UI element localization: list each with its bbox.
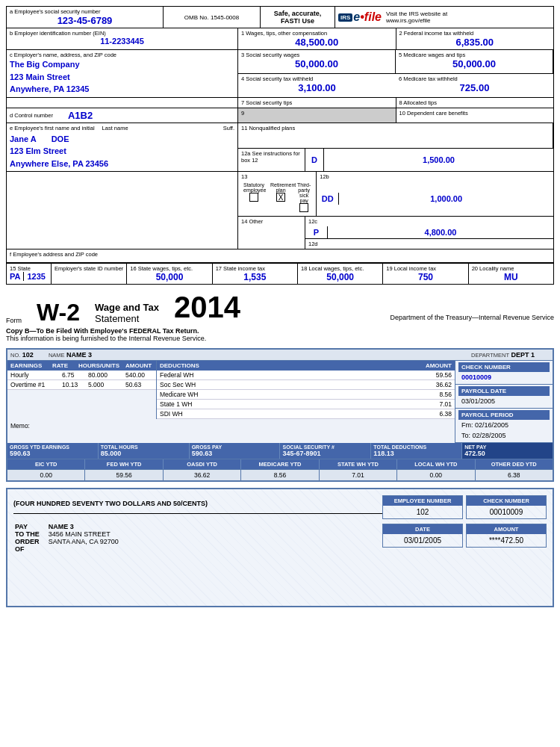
check-container: (FOUR HUNDRED SEVENTY TWO DOLLARS AND 50… bbox=[6, 488, 554, 607]
check-emp-num-header: EMPLOYEE NUMBER bbox=[383, 496, 462, 506]
ded-name: State 1 WH bbox=[157, 400, 414, 409]
ps-other-ded-h: OTHER DED YTD bbox=[476, 459, 553, 469]
emp-lname-label: Last name bbox=[102, 125, 128, 131]
form-text: Form bbox=[6, 317, 22, 324]
ps-gross-ytd-label: GROSS YTD EARNINGS bbox=[10, 444, 96, 450]
control-label: d Control number bbox=[10, 112, 53, 119]
box11-cell: 11 Nonqualified plans bbox=[238, 123, 553, 149]
box2-cell: 2 Federal income tax withheld 6,835.00 bbox=[396, 28, 554, 49]
copy-b-sub: This information is being furnished to t… bbox=[6, 335, 554, 342]
box6-label: 6 Medicare tax withheld bbox=[399, 75, 550, 82]
ps-dept-value: DEPT 1 bbox=[511, 351, 535, 359]
ps-medicare-ytd-h: MEDICARE YTD bbox=[241, 459, 319, 469]
box5-cell: 5 Medicare wages and tips 50,000.00 bbox=[396, 50, 553, 74]
box14-cell: 14 Other bbox=[238, 217, 305, 249]
w2-row1: a Employee's social security number 123-… bbox=[7, 7, 553, 28]
emp-fname-label: e Employee's first name and initial bbox=[10, 125, 95, 131]
box7-cell: 7 Social security tips bbox=[238, 98, 396, 108]
copy-b-main: Copy B—To Be Filed With Employee's FEDER… bbox=[6, 327, 554, 335]
ded-amount: 6.38 bbox=[414, 409, 455, 418]
w2-form: a Employee's social security number 123-… bbox=[6, 6, 554, 285]
check-pay-table: PAY TO THE ORDER OF NAME 3 3456 MAIN STR… bbox=[13, 521, 120, 554]
ps-total-ded-val: 118.13 bbox=[373, 450, 459, 457]
ps-name-value: NAME 3 bbox=[66, 351, 92, 359]
box3-label: 3 Social security wages bbox=[241, 52, 392, 58]
box17-value: 1,535 bbox=[216, 272, 294, 282]
ps-gross-pay-val: 590.63 bbox=[192, 450, 278, 457]
ded-th-name: DEDUCTIONS bbox=[157, 361, 414, 371]
of-label: OF bbox=[15, 545, 40, 553]
ps-local-wh-ytd-h: LOCAL WH YTD bbox=[397, 459, 475, 469]
box2-value: 6,835.00 bbox=[399, 37, 551, 48]
ded-name: SDI WH bbox=[157, 409, 414, 418]
box6-cell: 6 Medicare tax withheld 725.00 bbox=[396, 74, 553, 97]
check-amount-value: ****472.50 bbox=[467, 534, 546, 547]
check-right-top: EMPLOYEE NUMBER 102 CHECK NUMBER 0001000… bbox=[382, 495, 547, 519]
ded-amount: 8.56 bbox=[414, 390, 455, 399]
box17-label: 17 State income tax bbox=[216, 265, 294, 272]
ein-value: 11-2233445 bbox=[10, 37, 234, 46]
visit-text: Visit the IRS website at bbox=[386, 10, 447, 17]
efile-e: e bbox=[353, 10, 360, 24]
emp-full-addr-cell: f Employee's address and ZIP code bbox=[7, 249, 553, 262]
ps-net-pay-cell: NET PAY 472.50 bbox=[462, 443, 553, 459]
earn-amount: 540.00 bbox=[122, 371, 156, 379]
retirement-label: Retirement plan bbox=[270, 182, 291, 193]
box6-value: 725.00 bbox=[399, 82, 550, 93]
box2-label: 2 Federal income tax withheld bbox=[399, 30, 551, 37]
thirdparty-checkbox: Third-party sick pay bbox=[297, 182, 311, 212]
earnings-header: EARNINGS RATE HOURS/UNITS AMOUNT bbox=[7, 361, 156, 371]
box12a-label-cell: 12a See instructions for box 12 bbox=[238, 149, 305, 171]
boxes56-group: 5 Medicare wages and tips 50,000.00 6 Me… bbox=[396, 50, 553, 97]
box12b-value-row: DD 1,000.00 bbox=[317, 182, 553, 216]
emp-addr-label: f Employee's address and ZIP code bbox=[10, 251, 550, 258]
earn-type: Overtime #1 bbox=[7, 380, 59, 389]
w2-year-group: 2014 bbox=[174, 291, 240, 324]
earn-rate: 10.13 bbox=[59, 380, 85, 389]
state-id-cell: Employer's state ID number bbox=[52, 264, 127, 284]
box20-label: 20 Locality name bbox=[472, 265, 550, 272]
box1-label: 1 Wages, tips, other compensation bbox=[241, 30, 393, 37]
boxes11-12a: 11 Nonqualified plans 12a See instructio… bbox=[238, 123, 553, 172]
box12c-amount: 4,800.00 bbox=[328, 226, 553, 238]
box4-label: 4 Social security tax withheld bbox=[241, 75, 393, 82]
box13-cell: 13 Statutory employee Retirement plan X bbox=[238, 172, 317, 216]
to-the-label: TO THE bbox=[15, 530, 40, 538]
emp-addr2: Anywhere Else, PA 23456 bbox=[10, 158, 234, 170]
thirdparty-label: Third-party sick pay bbox=[297, 182, 311, 203]
ps-no-num: 102 bbox=[22, 351, 34, 359]
efile-word: file bbox=[364, 10, 382, 24]
deduction-row: Federal WH 59.56 bbox=[157, 371, 455, 380]
ps-medicare-ytd-val: 8.56 bbox=[241, 470, 319, 480]
paystub-header: NO. 102 NAME NAME 3 DEPARTMENT DEPT 1 bbox=[7, 350, 553, 361]
w2-year: 2014 bbox=[174, 291, 240, 323]
box20-value: MU bbox=[472, 272, 550, 282]
earn-hours: 5.000 bbox=[85, 380, 122, 389]
check-amount-words: (FOUR HUNDRED SEVENTY TWO DOLLARS AND 50… bbox=[13, 500, 382, 507]
box8-label: 8 Allocated tips bbox=[399, 99, 551, 106]
statutory-box bbox=[249, 193, 258, 202]
employer-addr1: 123 Main Street bbox=[10, 71, 234, 84]
ps-ssn-val: 345-67-8901 bbox=[282, 450, 368, 457]
w2-row6: e Employee's first name and initial Last… bbox=[7, 123, 553, 173]
emp-suff-label: Suff. bbox=[223, 125, 234, 131]
control-inline: d Control number A1B2 bbox=[10, 110, 234, 121]
safe-cell: Safe, accurate, FAST! Use bbox=[261, 7, 335, 28]
box3-value: 50,000.00 bbox=[241, 58, 392, 69]
safe-text: Safe, accurate, bbox=[264, 10, 332, 17]
ps-ssn-cell: SOCIAL SECURITY # 345-67-8901 bbox=[280, 443, 371, 459]
memo-label: Memo: bbox=[10, 422, 30, 430]
box12c-area: 12c P 4,800.00 12d bbox=[305, 217, 553, 249]
ps-total-ded-label: TOTAL DEDUCTIONS bbox=[373, 444, 459, 450]
w2-title: Wage and Tax bbox=[95, 302, 159, 313]
ps-payroll-date-section: PAYROLL DATE 03/01/2005 bbox=[455, 385, 553, 409]
state-id-label: Employer's state ID number bbox=[55, 265, 123, 272]
ded-name: Federal WH bbox=[157, 371, 414, 379]
ps-dept-label: DEPARTMENT bbox=[471, 352, 509, 359]
ps-ssn-label: SOCIAL SECURITY # bbox=[282, 444, 368, 450]
ssn-value: 123-45-6789 bbox=[10, 15, 160, 26]
order-label: ORDER bbox=[15, 538, 40, 545]
w2-row3: c Employer's name, address, and ZIP code… bbox=[7, 50, 553, 98]
emp-addr-cont bbox=[7, 172, 238, 249]
box10-cell: 10 Dependent care benefits bbox=[396, 108, 554, 123]
